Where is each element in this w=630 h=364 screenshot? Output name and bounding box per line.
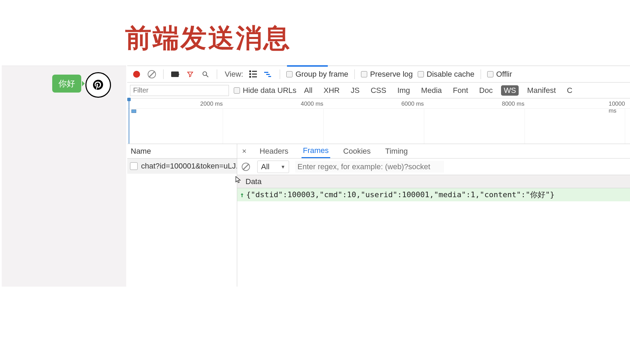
name-column-header[interactable]: Name [127, 144, 237, 159]
toolbar-separator [481, 69, 481, 79]
detail-tabs: × HeadersFramesCookiesTiming [237, 144, 630, 159]
chevron-down-icon: ▼ [280, 164, 285, 170]
clear-button[interactable] [147, 69, 157, 79]
frame-direction-icon: ↑ [240, 191, 244, 199]
filter-type-all[interactable]: All [301, 85, 315, 96]
filter-type-manifest[interactable]: Manifest [524, 85, 558, 96]
data-column-header[interactable]: Data [237, 175, 630, 188]
timeline-request-marker [131, 109, 136, 113]
chat-panel: 你好 [2, 66, 126, 287]
close-detail-button[interactable]: × [240, 147, 249, 156]
filter-bar: Hide data URLs AllXHRJSCSSImgMediaFontDo… [127, 83, 630, 98]
network-lower: Name chat?id=100001&token=uLJ... × Heade… [127, 144, 630, 287]
capture-screenshot-button[interactable] [170, 69, 180, 79]
request-row[interactable]: chat?id=100001&token=uLJ... [127, 159, 237, 174]
filter-type-media[interactable]: Media [418, 85, 445, 96]
timeline-tick: 6000 ms [401, 100, 424, 107]
clear-frames-button[interactable] [241, 162, 251, 172]
toolbar-separator [280, 69, 280, 79]
request-list: Name chat?id=100001&token=uLJ... [127, 144, 237, 287]
waterfall-toggle[interactable] [263, 69, 274, 79]
timeline-handle[interactable] [129, 98, 129, 144]
filter-type-font[interactable]: Font [450, 85, 471, 96]
group-by-frame-checkbox[interactable]: Group by frame [286, 70, 348, 79]
page-title: 前端发送消息 [125, 21, 291, 56]
timeline-overview[interactable]: 2000 ms4000 ms6000 ms8000 ms10000 ms [127, 98, 630, 144]
filter-type-img[interactable]: Img [395, 85, 413, 96]
detail-tab-cookies[interactable]: Cookies [342, 144, 372, 158]
network-toolbar: View: Group by frame Preserve log Disabl… [127, 66, 630, 83]
file-icon [130, 162, 138, 170]
filter-type-ws[interactable]: WS [501, 85, 519, 96]
avatar[interactable] [85, 72, 111, 98]
search-icon[interactable] [200, 69, 211, 79]
svg-line-1 [206, 75, 209, 77]
disable-cache-checkbox[interactable]: Disable cache [418, 70, 474, 79]
request-detail: × HeadersFramesCookiesTiming All ▼ Data … [237, 144, 630, 287]
record-button[interactable] [131, 69, 142, 79]
filter-type-c[interactable]: C [564, 85, 575, 96]
preserve-log-checkbox[interactable]: Preserve log [361, 70, 413, 79]
filter-type-css[interactable]: CSS [368, 85, 389, 96]
view-label: View: [225, 70, 243, 79]
toolbar-separator [217, 69, 217, 79]
frame-content: {"dstid":100003,"cmd":10,"userid":100001… [246, 190, 555, 200]
mouse-cursor-icon [235, 176, 242, 184]
filter-toggle-icon[interactable] [185, 69, 195, 79]
timeline-tick: 4000 ms [301, 100, 323, 107]
svg-point-0 [203, 71, 207, 75]
frames-direction-dropdown[interactable]: All ▼ [257, 161, 289, 173]
devtools-panel: View: Group by frame Preserve log Disabl… [127, 66, 630, 287]
large-rows-toggle[interactable] [248, 69, 258, 79]
timeline-tick: 8000 ms [502, 100, 524, 107]
pinterest-icon [92, 79, 104, 91]
filter-type-doc[interactable]: Doc [476, 85, 495, 96]
hide-data-urls-checkbox[interactable]: Hide data URLs [234, 86, 296, 95]
timeline-tick: 2000 ms [200, 100, 223, 107]
frames-filter-bar: All ▼ [237, 159, 630, 175]
panel-tab-indicator [287, 65, 328, 67]
filter-type-js[interactable]: JS [348, 85, 362, 96]
detail-tab-frames[interactable]: Frames [302, 144, 330, 158]
filter-input[interactable] [130, 85, 229, 96]
frame-row[interactable]: ↑{"dstid":100003,"cmd":10,"userid":10000… [237, 188, 630, 201]
detail-tab-timing[interactable]: Timing [384, 144, 409, 158]
filter-type-xhr[interactable]: XHR [321, 85, 342, 96]
request-name: chat?id=100001&token=uLJ... [141, 162, 237, 171]
toolbar-separator [163, 69, 164, 79]
detail-tab-headers[interactable]: Headers [258, 144, 290, 158]
frames-regex-input[interactable] [295, 161, 444, 173]
offline-checkbox[interactable]: Offlir [487, 70, 512, 79]
chat-message-bubble: 你好 [52, 75, 81, 93]
toolbar-separator [354, 69, 355, 79]
